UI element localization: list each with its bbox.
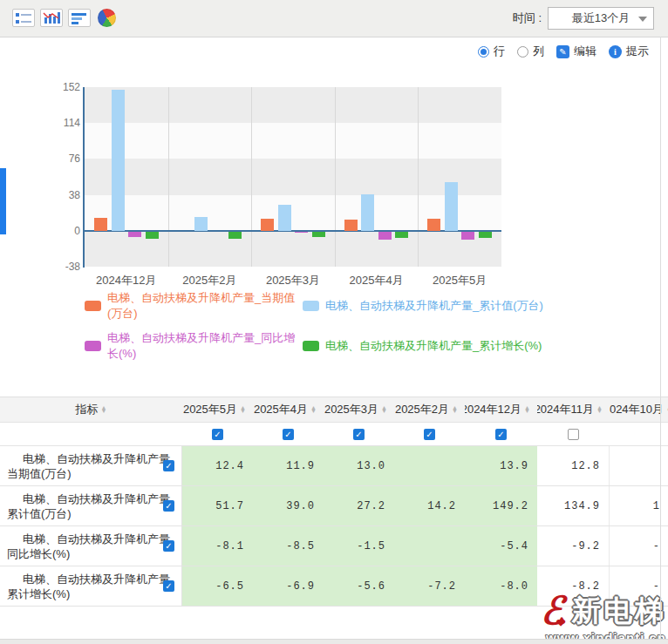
- chart-bar[interactable]: [295, 232, 308, 234]
- column-header[interactable]: 2025年4月▲▼: [253, 397, 324, 422]
- side-panel-handle[interactable]: [0, 168, 6, 234]
- sort-arrows-icon[interactable]: ▲▼: [240, 406, 246, 414]
- chart-bar[interactable]: [228, 232, 242, 239]
- chart-bar[interactable]: [312, 232, 325, 237]
- row-checkbox-checked[interactable]: ✓: [163, 460, 174, 471]
- column-header[interactable]: 2024年12月▲▼: [465, 397, 537, 422]
- checkbox-checked[interactable]: ✓: [424, 429, 435, 440]
- chart-bar[interactable]: [361, 194, 374, 231]
- legend-item[interactable]: 电梯、自动扶梯及升降机产量_当期值(万台): [85, 290, 303, 322]
- value-cell: -6.5: [182, 566, 253, 606]
- legend-item[interactable]: 电梯、自动扶梯及升降机产量_累计值(万台): [303, 290, 543, 322]
- chart-bar[interactable]: [395, 232, 408, 238]
- statistics-dashboard: 时间 : 最近13个月 行 列 ✎ 编辑 i 提示 15211476380-38…: [0, 0, 668, 644]
- value-cell: 1: [610, 486, 668, 525]
- sort-arrows-icon[interactable]: ▲▼: [452, 406, 458, 414]
- edit-button[interactable]: ✎ 编辑: [556, 44, 596, 59]
- indicator-label-cell: 电梯、自动扶梯及升降机产量同比增长(%)✓: [0, 526, 182, 566]
- row-radio[interactable]: 行: [478, 44, 505, 59]
- hbar-chart-icon[interactable]: [68, 9, 91, 27]
- checkbox-checked[interactable]: ✓: [353, 429, 365, 440]
- value-cell: -8.2: [537, 566, 610, 606]
- legend-swatch: [85, 341, 101, 351]
- checkbox-unchecked[interactable]: [568, 429, 579, 440]
- legend-swatch: [303, 341, 319, 351]
- chart-bar[interactable]: [461, 232, 474, 240]
- sort-arrows-icon[interactable]: ▲▼: [524, 406, 530, 414]
- y-axis-tick-label: 152: [35, 81, 80, 93]
- chart-bar[interactable]: [261, 219, 274, 231]
- row-checkbox-checked[interactable]: ✓: [163, 500, 174, 512]
- legend-item[interactable]: 电梯、自动扶梯及升降机产量_同比增长(%): [85, 330, 303, 362]
- y-axis-tick-label: 38: [35, 189, 80, 201]
- column-header-label: 2024年10月: [610, 402, 664, 417]
- chart-bar[interactable]: [378, 232, 392, 240]
- column-header[interactable]: 2025年2月▲▼: [394, 397, 465, 422]
- toolbar: 时间 : 最近13个月: [0, 0, 668, 37]
- combo-chart-icon[interactable]: [40, 9, 63, 27]
- col-radio[interactable]: 列: [517, 44, 544, 59]
- pie-chart-icon[interactable]: [98, 9, 116, 27]
- value-cell: -6.9: [253, 566, 324, 606]
- checkbox-checked[interactable]: ✓: [495, 429, 507, 440]
- chart-bar[interactable]: [427, 219, 440, 230]
- sort-arrows-icon[interactable]: ▲▼: [596, 406, 603, 414]
- sort-arrows-icon[interactable]: ▲▼: [310, 406, 317, 414]
- value-cell: 51.7: [182, 486, 253, 525]
- column-header[interactable]: 2024年10月▲▼: [610, 397, 668, 422]
- value-cell: -: [610, 566, 668, 606]
- column-header[interactable]: 2024年11月▲▼: [537, 397, 610, 422]
- checkbox-checked[interactable]: ✓: [283, 429, 294, 440]
- checkbox-checked[interactable]: ✓: [212, 429, 223, 440]
- chart-bar[interactable]: [112, 90, 125, 231]
- tip-button[interactable]: i 提示: [609, 44, 649, 59]
- chart-gridline: [168, 87, 169, 267]
- legend-label: 电梯、自动扶梯及升降机产量_当期值(万台): [107, 290, 303, 322]
- chart-bar[interactable]: [128, 232, 141, 237]
- indicator-label-cell: 电梯、自动扶梯及升降机产量累计增长(%)✓: [0, 566, 182, 606]
- indicator-label-line2: 累计值(万台): [0, 506, 181, 521]
- row-checkbox-checked[interactable]: ✓: [163, 580, 174, 592]
- legend-swatch: [303, 301, 319, 311]
- chart-bar[interactable]: [278, 205, 291, 230]
- indicator-label-line2: 累计增长(%): [0, 586, 181, 601]
- table-header-row: 指标▲▼2025年5月▲▼2025年4月▲▼2025年3月▲▼2025年2月▲▼…: [0, 397, 668, 423]
- column-checkbox-cell: ✓: [324, 423, 394, 445]
- column-header-label: 2024年11月: [537, 402, 594, 417]
- column-header[interactable]: 2025年3月▲▼: [324, 397, 394, 422]
- row-radio-label: 行: [494, 44, 505, 59]
- time-range-value: 最近13个月: [572, 10, 630, 26]
- value-cell: -5.6: [324, 566, 394, 606]
- indicator-label-line2: 同比增长(%): [0, 546, 181, 561]
- value-cell: [394, 446, 465, 485]
- y-axis-tick-label: 0: [35, 225, 80, 237]
- value-cell: -8.1: [182, 526, 253, 566]
- x-axis-category-label: 2025年2月: [168, 273, 252, 288]
- column-header[interactable]: 指标▲▼: [0, 397, 182, 422]
- y-axis-tick-label: -38: [35, 261, 80, 273]
- chart-bar[interactable]: [344, 220, 358, 231]
- table-row: 电梯、自动扶梯及升降机产量同比增长(%)✓-8.1-8.5-1.5-5.4-9.…: [0, 526, 668, 566]
- chart-bar[interactable]: [94, 218, 107, 231]
- chart-bar[interactable]: [194, 217, 208, 230]
- sort-arrows-icon[interactable]: ▲▼: [101, 406, 107, 414]
- row-checkbox-checked[interactable]: ✓: [163, 540, 174, 552]
- indicator-table: 指标▲▼2025年5月▲▼2025年4月▲▼2025年3月▲▼2025年2月▲▼…: [0, 397, 668, 607]
- time-range-select[interactable]: 最近13个月: [548, 7, 654, 30]
- legend-item[interactable]: 电梯、自动扶梯及升降机产量_累计增长(%): [303, 330, 543, 362]
- sort-arrows-icon[interactable]: ▲▼: [381, 406, 387, 414]
- legend-label: 电梯、自动扶梯及升降机产量_累计值(万台): [325, 298, 543, 314]
- chart-bar[interactable]: [146, 232, 159, 240]
- chart-bar[interactable]: [445, 182, 458, 231]
- column-checkbox-cell: ✓: [253, 423, 324, 445]
- indicator-label-line1: 电梯、自动扶梯及升降机产量: [0, 572, 181, 586]
- info-icon: i: [609, 45, 622, 58]
- chart-gridline: [335, 87, 336, 267]
- heart-icon: ❤: [556, 616, 569, 630]
- table-row: 电梯、自动扶梯及升降机产量累计增长(%)✓-6.5-6.9-5.6-7.2-8.…: [0, 566, 668, 607]
- column-header[interactable]: 2025年5月▲▼: [182, 397, 253, 422]
- chart-bar[interactable]: [479, 232, 492, 238]
- col-radio-label: 列: [533, 44, 544, 59]
- time-filter: 时间 : 最近13个月: [513, 7, 654, 30]
- list-view-icon[interactable]: [12, 9, 35, 27]
